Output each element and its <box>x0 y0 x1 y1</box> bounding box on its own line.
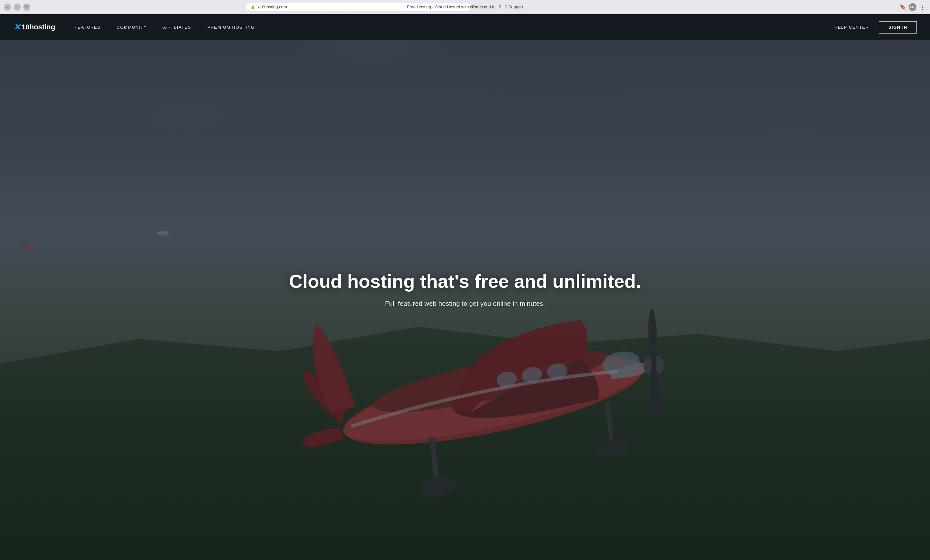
extensions-icon[interactable]: NL <box>909 3 916 11</box>
navbar: ✕ 10hosting FEATURES COMMUNITY AFFILIATE… <box>0 14 930 40</box>
sign-in-button[interactable]: SIGN IN <box>879 21 917 34</box>
hero-subtitle: Full-featured web hosting to get you onl… <box>93 300 837 307</box>
tab-title: Free Hosting - Cloud Hosted with cPanel … <box>407 5 523 9</box>
hero-title: Cloud hosting that's free and unlimited. <box>93 271 837 292</box>
nav-item-features[interactable]: FEATURES <box>75 24 100 30</box>
refresh-button[interactable]: ↻ <box>23 3 30 11</box>
affiliates-link[interactable]: AFFILIATES <box>163 25 191 30</box>
back-button[interactable]: ← <box>4 3 11 11</box>
browser-actions: 🔖 NL ⋮ <box>899 3 926 11</box>
help-center-link[interactable]: HELP CENTER <box>835 25 869 30</box>
features-link[interactable]: FEATURES <box>75 25 100 30</box>
nav-item-premium-hosting[interactable]: PREMIUM HOSTING <box>207 24 255 30</box>
browser-controls: ← → ↻ <box>4 3 30 11</box>
premium-hosting-link[interactable]: PREMIUM HOSTING <box>207 25 255 30</box>
logo-x-icon: ✕ <box>13 22 20 32</box>
nav-item-community[interactable]: COMMUNITY <box>117 24 147 30</box>
nav-links: FEATURES COMMUNITY AFFILIATES PREMIUM HO… <box>75 24 835 30</box>
lock-icon: 🔒 <box>251 5 255 9</box>
hero-content: Cloud hosting that's free and unlimited.… <box>93 271 837 307</box>
bookmark-icon[interactable]: 🔖 <box>899 3 907 11</box>
logo[interactable]: ✕ 10hosting <box>13 22 55 32</box>
browser-chrome: ← → ↻ 🔒 x10hosting.com Free Hosting - Cl… <box>0 0 930 14</box>
nav-right: HELP CENTER SIGN IN <box>835 21 917 34</box>
nav-item-affiliates[interactable]: AFFILIATES <box>163 24 191 30</box>
menu-icon[interactable]: ⋮ <box>918 3 926 11</box>
logo-text: 10hosting <box>22 23 55 31</box>
community-link[interactable]: COMMUNITY <box>117 25 147 30</box>
website: ✕ 10hosting FEATURES COMMUNITY AFFILIATE… <box>0 14 930 560</box>
forward-button[interactable]: → <box>14 3 21 11</box>
